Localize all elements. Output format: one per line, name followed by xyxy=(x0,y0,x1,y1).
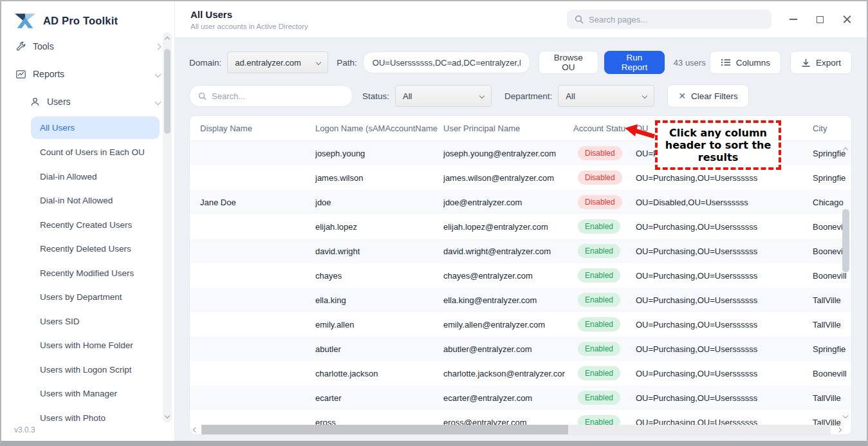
path-input[interactable] xyxy=(363,51,530,73)
domain-select[interactable]: ad.entralyzer.com xyxy=(227,51,328,73)
topbar: All Users All user accounts in Active Di… xyxy=(175,1,867,38)
sidebar-item-users-sid[interactable]: Users SID xyxy=(1,310,174,334)
sort-hint-text: Click any column header to sort the resu… xyxy=(661,127,775,164)
cell-logon-name: jdoe xyxy=(315,198,443,207)
sidebar-item-users-with-home-folder[interactable]: Users with Home Folder xyxy=(1,333,174,358)
status-badge: Enabled xyxy=(578,366,620,380)
columns-button[interactable]: Columns xyxy=(710,51,781,74)
table-row[interactable]: david.wright david.wright@entralyzer.com… xyxy=(190,239,851,263)
cell-account-status: Enabled xyxy=(573,366,636,380)
table-row[interactable]: elijah.lopez elijah.lopez@entralyzer.com… xyxy=(190,214,851,239)
sidebar-item-label: Users with Home Folder xyxy=(40,340,133,350)
table-search-input[interactable] xyxy=(212,91,344,101)
sidebar-item-all-users[interactable]: All Users xyxy=(31,116,160,139)
export-icon xyxy=(801,58,811,68)
status-value: All xyxy=(403,91,412,101)
column-header-city[interactable]: City xyxy=(813,124,851,133)
cell-account-status: Enabled xyxy=(573,268,636,283)
cell-logon-name: charlotte.jackson xyxy=(315,369,443,378)
close-icon[interactable] xyxy=(843,15,851,24)
sidebar-item-tools[interactable]: Tools xyxy=(1,37,174,56)
sidebar-item-label: Dial-in Allowed xyxy=(40,172,97,181)
run-report-button[interactable]: Run Report xyxy=(604,51,665,74)
sidebar-nav: Tools Reports Users All Users Count of U xyxy=(1,37,174,430)
sidebar-item-users-by-department[interactable]: Users by Department xyxy=(1,285,174,310)
cell-ou: OU=Purchasing,OU=Userssssss xyxy=(636,393,813,403)
domain-label: Domain: xyxy=(189,58,221,68)
sidebar-item-label: All Users xyxy=(40,123,75,133)
table-row[interactable]: charlotte.jackson charlotte.jackson@entr… xyxy=(190,361,851,386)
scroll-up-icon[interactable] xyxy=(164,37,169,42)
scroll-down-icon[interactable] xyxy=(164,413,169,418)
cell-ou: OU=Purchasing,OU=Userssssss xyxy=(636,246,813,256)
table-row[interactable]: emily.allen emily.allen@entralyzer.com E… xyxy=(190,312,851,337)
content: Domain: ad.entralyzer.com Path: Browse O… xyxy=(175,38,867,441)
horizontal-scrollbar[interactable] xyxy=(201,425,831,435)
vertical-scrollbar-thumb[interactable] xyxy=(842,209,849,272)
table-row[interactable]: abutler abutler@entralyzer.com Enabled O… xyxy=(190,337,851,361)
sidebar-item-label: Reports xyxy=(33,69,64,79)
sidebar-scrollbar[interactable] xyxy=(163,32,172,423)
export-button[interactable]: Export xyxy=(790,51,852,74)
table-row[interactable]: Jane Doe jdoe jdoe@entralyzer.com Disabl… xyxy=(190,190,851,214)
column-header-display-name[interactable]: Display Name xyxy=(190,124,315,133)
sidebar-item-users[interactable]: Users xyxy=(1,92,174,111)
cell-city: TallVille xyxy=(813,393,851,403)
sidebar-item-users-with-manager[interactable]: Users with Manager xyxy=(1,382,174,406)
search-pages-box[interactable] xyxy=(567,10,771,29)
table-row[interactable]: ecarter ecarter@entralyzer.com Enabled O… xyxy=(190,386,851,410)
status-badge: Enabled xyxy=(578,317,620,331)
chevron-down-icon xyxy=(155,71,162,77)
sidebar-item-recently-created-users[interactable]: Recently Created Users xyxy=(1,213,174,237)
column-header-logon-name[interactable]: Logon Name (sAMAccountName xyxy=(315,124,443,133)
cell-upn: james.wilson@entralyzer.com xyxy=(443,173,573,183)
cell-account-status: Disabled xyxy=(573,195,636,209)
department-select[interactable]: All xyxy=(558,85,654,107)
table-row[interactable]: chayes chayes@entralyzer.com Enabled OU=… xyxy=(190,263,851,288)
maximize-icon[interactable] xyxy=(817,16,824,23)
cell-logon-name: ecarter xyxy=(315,393,443,403)
clear-filters-button[interactable]: ✕ Clear Filters xyxy=(667,84,749,107)
cell-upn: joseph.young@entralyzer.com xyxy=(443,149,573,158)
cell-city: Springfie xyxy=(813,344,851,354)
wrench-icon xyxy=(15,41,26,52)
browse-ou-button[interactable]: Browse OU xyxy=(539,51,599,74)
sidebar-item-recently-modified-users[interactable]: Recently Modified Users xyxy=(1,261,174,286)
cell-upn: elijah.lopez@entralyzer.com xyxy=(443,222,573,232)
cell-ou: OU=Purchasing,OU=Userssssss xyxy=(636,173,813,183)
sidebar-item-users-with-logon-script[interactable]: Users with Logon Script xyxy=(1,358,174,382)
app-title: AD Pro Toolkit xyxy=(43,15,118,27)
search-icon xyxy=(198,92,207,100)
sidebar-item-label: Dial-in Not Allowed xyxy=(40,196,113,205)
status-badge: Disabled xyxy=(578,195,622,209)
sidebar-item-dial-in-not-allowed[interactable]: Dial-in Not Allowed xyxy=(1,189,174,213)
sidebar-scrollbar-thumb[interactable] xyxy=(164,49,171,134)
sidebar-item-label: Tools xyxy=(33,41,54,51)
sidebar-item-recently-deleted-users[interactable]: Recently Deleted Users xyxy=(1,237,174,261)
column-header-upn[interactable]: User Principal Name xyxy=(443,124,573,133)
sidebar-item-reports[interactable]: Reports xyxy=(1,64,174,84)
search-pages-input[interactable] xyxy=(589,15,764,24)
table-search-box[interactable] xyxy=(189,85,353,107)
table-row[interactable]: ella.king ella.king@entralyzer.com Enabl… xyxy=(190,288,851,312)
minimize-icon[interactable] xyxy=(790,19,797,20)
sidebar-item-label: Recently Deleted Users xyxy=(40,244,131,254)
sidebar-item-label: Users by Department xyxy=(40,292,122,302)
window-controls xyxy=(790,15,853,24)
sidebar-item-dial-in-allowed[interactable]: Dial-in Allowed xyxy=(1,165,174,189)
cell-account-status: Enabled xyxy=(573,244,636,258)
cell-upn: charlotte.jackson@entralyzer.cor xyxy=(443,369,573,378)
status-badge: Enabled xyxy=(578,342,620,356)
cell-account-status: Enabled xyxy=(573,342,636,356)
status-select[interactable]: All xyxy=(395,85,492,107)
sidebar-item-count-of-users-in-each-ou[interactable]: Count of Users in Each OU xyxy=(1,140,174,165)
cell-logon-name: abutler xyxy=(315,344,443,354)
domain-value: ad.entralyzer.com xyxy=(235,58,301,68)
chevron-down-icon xyxy=(316,60,321,65)
horizontal-scrollbar-thumb[interactable] xyxy=(201,425,568,435)
cell-logon-name: chayes xyxy=(315,271,443,281)
chevron-down-icon xyxy=(155,98,162,105)
sidebar-item-label: Users SID xyxy=(40,317,80,326)
cell-logon-name: elijah.lopez xyxy=(315,222,443,232)
run-report-label: Run Report xyxy=(615,53,654,72)
